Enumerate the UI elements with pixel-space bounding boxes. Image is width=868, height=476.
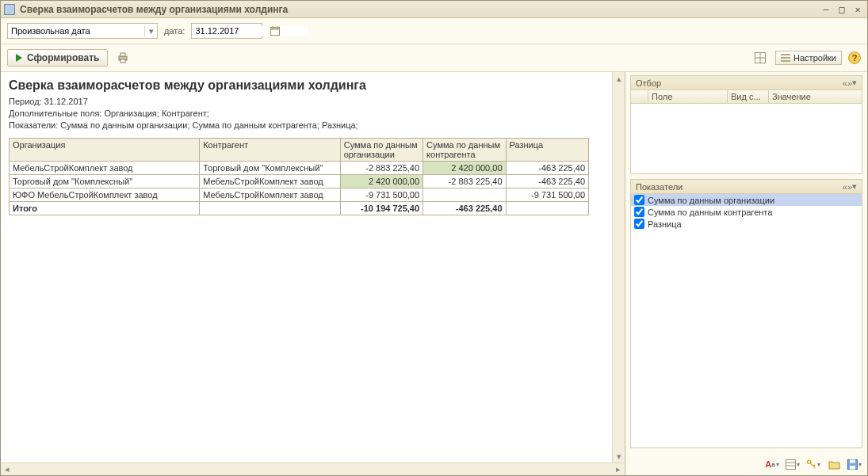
svg-line-18: [813, 465, 815, 466]
svg-rect-11: [781, 57, 790, 59]
indicator-checkbox[interactable]: [634, 219, 644, 229]
col-diff[interactable]: Разница: [506, 139, 588, 162]
col-sum-org[interactable]: Сумма по данным организации: [340, 139, 423, 162]
parameter-bar: ▾ дата:: [1, 18, 867, 44]
play-icon: [16, 54, 22, 62]
total-label: Итого: [10, 202, 200, 215]
scroll-left-icon[interactable]: ◂: [1, 463, 13, 475]
filter-col-vid[interactable]: Вид с...: [728, 90, 769, 103]
table-header-row: Организация Контрагент Сумма по данным о…: [10, 139, 589, 162]
svg-rect-5: [120, 53, 125, 56]
table-view-icon[interactable]: [751, 49, 769, 67]
table-row[interactable]: МебельСтройКомплект завод Торговый дом "…: [10, 162, 589, 175]
indicator-label: Сумма по данным контрагента: [648, 208, 772, 217]
period-mode-input[interactable]: [8, 26, 144, 36]
save-icon[interactable]: [847, 456, 862, 472]
chevron-down-icon[interactable]: ▾: [852, 181, 857, 192]
total-diff: [506, 202, 588, 215]
list-icon: [781, 53, 790, 63]
svg-rect-10: [781, 54, 790, 55]
svg-rect-13: [786, 459, 796, 469]
form-report-button[interactable]: Сформировать: [7, 49, 108, 67]
cell-org: МебельСтройКомплект завод: [10, 162, 200, 175]
date-input[interactable]: [192, 26, 308, 36]
filter-col-pole[interactable]: Поле: [648, 90, 728, 103]
indicators-title: Показатели: [636, 182, 843, 192]
cell-sum-contr[interactable]: 2 420 000,00: [423, 162, 506, 175]
list-item[interactable]: Разница: [631, 218, 862, 230]
cell-contr: МебельСтройКомплект завод: [200, 175, 341, 188]
report-period: Период: 31.12.2017: [9, 96, 604, 108]
indicator-checkbox[interactable]: [634, 195, 644, 205]
scroll-right-icon[interactable]: ▸: [612, 463, 625, 475]
indicator-label: Разница: [648, 219, 682, 229]
total-sum-org: -10 194 725,40: [340, 202, 423, 215]
settings-button[interactable]: Настройки: [775, 51, 842, 65]
font-style-icon[interactable]: Aа: [764, 456, 780, 472]
cell-contr: МебельСтройКомплект завод: [200, 188, 341, 202]
filter-header[interactable]: Отбор « » ▾: [631, 76, 862, 90]
maximize-button[interactable]: □: [835, 4, 848, 15]
cell-sum-org[interactable]: 2 420 000,00: [340, 175, 423, 188]
col-sum-contr[interactable]: Сумма по данным контрагента: [423, 139, 506, 162]
chevron-down-icon[interactable]: ▾: [144, 26, 157, 36]
cell-org: Торговый дом "Комплексный": [10, 175, 200, 188]
filter-col-value[interactable]: Значение: [769, 90, 862, 103]
svg-rect-20: [850, 459, 855, 463]
table-row[interactable]: ЮФО МебельСтройКомплект завод МебельСтро…: [10, 188, 589, 202]
filter-title: Отбор: [636, 78, 843, 88]
cell-sum-org: -9 731 500,00: [340, 188, 423, 202]
main-area: Сверка взаиморасчетов между организациям…: [1, 72, 867, 475]
report-scroll[interactable]: Сверка взаиморасчетов между организациям…: [1, 72, 612, 463]
folder-open-icon[interactable]: [826, 456, 842, 472]
window-title: Сверка взаиморасчетов между организациям…: [20, 4, 820, 15]
cell-diff: -9 731 500,00: [506, 188, 588, 202]
scroll-down-icon[interactable]: ▾: [613, 450, 625, 463]
svg-rect-6: [120, 59, 125, 63]
indicators-header[interactable]: Показатели « » ▾: [631, 180, 862, 194]
report-fields: Дополнительные поля: Организация; Контра…: [9, 108, 604, 120]
horizontal-scrollbar[interactable]: ◂ ▸: [1, 463, 625, 475]
report-area: Сверка взаиморасчетов между организациям…: [1, 72, 625, 475]
total-blank: [200, 202, 341, 215]
calendar-icon[interactable]: [269, 23, 281, 39]
date-label: дата:: [164, 26, 185, 36]
col-organization[interactable]: Организация: [10, 139, 200, 162]
form-report-label: Сформировать: [27, 52, 99, 63]
scroll-up-icon[interactable]: ▴: [613, 72, 625, 85]
cell-diff: -463 225,40: [506, 162, 588, 175]
app-icon: [4, 4, 15, 15]
report-title: Сверка взаиморасчетов между организациям…: [9, 78, 604, 93]
indicators-list: Сумма по данным организации Сумма по дан…: [631, 194, 862, 447]
cell-sum-org: -2 883 225,40: [340, 162, 423, 175]
vertical-scrollbar[interactable]: ▴ ▾: [612, 72, 625, 463]
print-icon[interactable]: [114, 49, 132, 67]
close-button[interactable]: ✕: [851, 4, 864, 15]
key-icon[interactable]: [805, 456, 821, 472]
report-indicators: Показатели: Сумма по данным организации;…: [9, 120, 604, 131]
filter-grid-body[interactable]: [631, 104, 862, 173]
cell-sum-contr: -2 883 225,40: [423, 175, 506, 188]
report-table: Организация Контрагент Сумма по данным о…: [9, 138, 589, 215]
titlebar: Сверка взаиморасчетов между организациям…: [1, 1, 867, 18]
filter-grid-header: Поле Вид с... Значение: [631, 90, 862, 104]
list-item[interactable]: Сумма по данным организации: [631, 194, 862, 206]
svg-rect-1: [271, 28, 280, 30]
minimize-button[interactable]: —: [820, 4, 832, 15]
col-contragent[interactable]: Контрагент: [200, 139, 341, 162]
grid-settings-icon[interactable]: [785, 456, 801, 472]
footer-toolbar: Aа: [630, 453, 862, 472]
list-item[interactable]: Сумма по данным контрагента: [631, 206, 862, 218]
table-row[interactable]: Торговый дом "Комплексный" МебельСтройКо…: [10, 175, 589, 188]
cell-contr: Торговый дом "Комплексный": [200, 162, 341, 175]
chevron-down-icon[interactable]: ▾: [852, 78, 857, 88]
date-field[interactable]: [191, 23, 262, 39]
filter-col-check[interactable]: [631, 90, 648, 103]
settings-label: Настройки: [793, 53, 836, 63]
indicator-checkbox[interactable]: [634, 207, 644, 217]
period-mode-combo[interactable]: ▾: [7, 23, 158, 39]
indicator-label: Сумма по данным организации: [648, 196, 774, 205]
toolbar: Сформировать Настройки ?: [1, 44, 867, 72]
total-sum-contr: -463 225,40: [423, 202, 506, 215]
help-icon[interactable]: ?: [848, 51, 861, 64]
